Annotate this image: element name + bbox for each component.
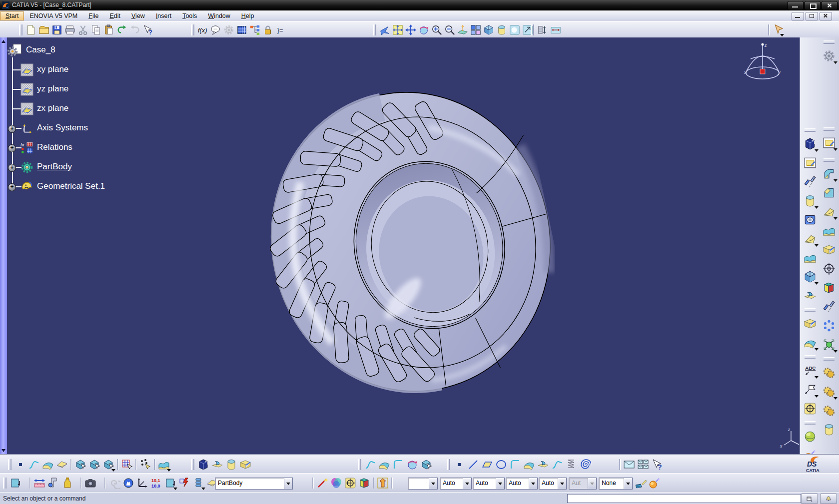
menu-help[interactable]: Help bbox=[236, 11, 260, 20]
toolbar-grip[interactable] bbox=[531, 24, 534, 35]
scroll-up-icon[interactable] bbox=[1, 40, 5, 43]
measure-item-icon[interactable] bbox=[550, 23, 562, 36]
roll-copy-icon[interactable] bbox=[225, 458, 238, 472]
whats-this-icon[interactable] bbox=[142, 23, 154, 36]
compass-base-handle[interactable] bbox=[760, 69, 765, 74]
open-icon[interactable] bbox=[38, 23, 50, 36]
toolbar-grip[interactable] bbox=[805, 421, 816, 425]
power-input[interactable] bbox=[567, 494, 801, 503]
tree-label[interactable]: yz plane bbox=[37, 84, 68, 94]
rib-icon[interactable] bbox=[802, 250, 818, 266]
scaling-icon[interactable] bbox=[821, 337, 837, 353]
smart-surface-icon[interactable] bbox=[157, 458, 170, 472]
title-bar[interactable]: CATIA V5 - [Case_8.CATPart] bbox=[0, 0, 839, 10]
pick-grid-icon[interactable] bbox=[120, 458, 133, 472]
workbench-icon[interactable] bbox=[821, 48, 837, 64]
sketch-frame-icon[interactable] bbox=[802, 155, 818, 171]
exit-workbench-icon[interactable] bbox=[14, 458, 27, 472]
draft-icon[interactable] bbox=[821, 204, 837, 220]
graphic-transparency-combo[interactable]: Auto bbox=[440, 478, 472, 490]
facet-icon[interactable] bbox=[55, 458, 68, 472]
loft-icon[interactable] bbox=[802, 231, 818, 247]
thread-icon[interactable] bbox=[821, 261, 837, 277]
graphic-pointtype-combo[interactable]: Auto bbox=[539, 478, 567, 490]
toolbar-grip[interactable] bbox=[824, 40, 835, 44]
dropdown-arrow-icon[interactable] bbox=[496, 478, 504, 489]
mean-dimensions-icon[interactable] bbox=[150, 476, 163, 490]
toolbar-grip[interactable] bbox=[805, 128, 816, 132]
spline-icon[interactable] bbox=[27, 458, 40, 472]
mirror-icon[interactable] bbox=[821, 299, 837, 315]
tree-item-relations[interactable]: +Relations bbox=[7, 138, 147, 158]
cut-icon[interactable] bbox=[77, 23, 89, 36]
union-trim-icon[interactable] bbox=[821, 422, 837, 438]
print-icon[interactable] bbox=[64, 23, 76, 36]
sphere-icon[interactable] bbox=[802, 429, 818, 445]
tree-item-axis-systems[interactable]: +Axis Systems bbox=[7, 119, 147, 138]
circle-icon[interactable] bbox=[495, 458, 508, 472]
menu-tools[interactable]: Tools bbox=[177, 11, 202, 20]
check-analysis-icon[interactable] bbox=[316, 476, 329, 490]
restore-button[interactable] bbox=[805, 1, 821, 10]
fillet-icon[interactable] bbox=[821, 166, 837, 182]
mdi-minimize-button[interactable] bbox=[792, 12, 804, 20]
knowledge-links-icon[interactable] bbox=[249, 23, 261, 36]
apply-wizard-icon[interactable] bbox=[648, 476, 661, 490]
mdi-restore-button[interactable] bbox=[806, 12, 818, 20]
pick-free-icon[interactable] bbox=[139, 458, 152, 472]
tree-overview-scrollbar[interactable] bbox=[0, 37, 7, 455]
extract-icon[interactable] bbox=[197, 458, 210, 472]
menu-view[interactable]: View bbox=[126, 11, 150, 20]
tplane-icon[interactable] bbox=[20, 102, 33, 115]
toolbar-grip[interactable] bbox=[824, 127, 835, 131]
tree-item-geometrical-set-1[interactable]: +Geometrical Set.1 bbox=[7, 177, 147, 197]
spline-b-icon[interactable] bbox=[364, 458, 377, 472]
context-help-icon[interactable] bbox=[651, 458, 664, 472]
compass-top-icon[interactable] bbox=[762, 43, 764, 46]
split-icon[interactable] bbox=[802, 174, 818, 190]
comment-icon[interactable] bbox=[210, 23, 222, 36]
graphic-color-combo[interactable] bbox=[408, 478, 438, 490]
curvature-analysis-icon[interactable] bbox=[330, 476, 343, 490]
view-compass[interactable]: x y z bbox=[744, 41, 782, 85]
pick-face-icon[interactable] bbox=[88, 458, 101, 472]
helix-icon[interactable] bbox=[565, 458, 578, 472]
minimize-button[interactable] bbox=[788, 1, 804, 10]
measure-inertia-icon[interactable] bbox=[47, 476, 60, 490]
sweep-icon[interactable] bbox=[523, 458, 536, 472]
catalog-list-icon[interactable] bbox=[192, 476, 205, 490]
groove-icon[interactable] bbox=[802, 193, 818, 209]
toolbar-grip[interactable] bbox=[19, 24, 22, 35]
project-curve-icon[interactable] bbox=[406, 458, 419, 472]
formula-icon[interactable] bbox=[197, 23, 209, 36]
send-mail-icon[interactable] bbox=[623, 458, 636, 472]
mass-properties-icon[interactable] bbox=[61, 476, 74, 490]
manipulate-icon[interactable] bbox=[9, 476, 22, 490]
viewport-3d[interactable]: Case_8xy planeyz planezx plane+Axis Syst… bbox=[7, 37, 800, 455]
zoom-in-icon[interactable] bbox=[431, 23, 443, 36]
tree-item-yz-plane[interactable]: yz plane bbox=[7, 80, 147, 99]
save-icon[interactable] bbox=[51, 23, 63, 36]
multi-view-icon[interactable] bbox=[470, 23, 482, 36]
toolbar-grip[interactable] bbox=[191, 459, 194, 470]
shading-icon[interactable] bbox=[496, 23, 508, 36]
tire-3d-model[interactable] bbox=[267, 86, 555, 406]
sketcher-icon[interactable] bbox=[821, 135, 837, 151]
remove-face-icon[interactable] bbox=[821, 280, 837, 296]
remove-icon[interactable] bbox=[821, 403, 837, 419]
pick-cube-icon[interactable] bbox=[420, 458, 433, 472]
menu-insert[interactable]: Insert bbox=[150, 11, 177, 20]
isometric-view-icon[interactable] bbox=[483, 23, 495, 36]
dropdown-arrow-icon[interactable] bbox=[284, 478, 292, 489]
tpart-icon[interactable] bbox=[7, 43, 22, 57]
pick-multi-icon[interactable] bbox=[102, 458, 115, 472]
chamfer-icon[interactable] bbox=[821, 185, 837, 201]
catalog-icon[interactable] bbox=[275, 23, 287, 36]
pulling-direction-icon[interactable] bbox=[376, 476, 389, 490]
graphic-linetype-combo[interactable]: Auto bbox=[473, 478, 505, 490]
new-icon[interactable] bbox=[25, 23, 37, 36]
rotate-icon[interactable] bbox=[418, 23, 430, 36]
normal-view-icon[interactable] bbox=[457, 23, 469, 36]
trel-icon[interactable] bbox=[20, 141, 33, 154]
tgeo-icon[interactable] bbox=[20, 180, 33, 193]
